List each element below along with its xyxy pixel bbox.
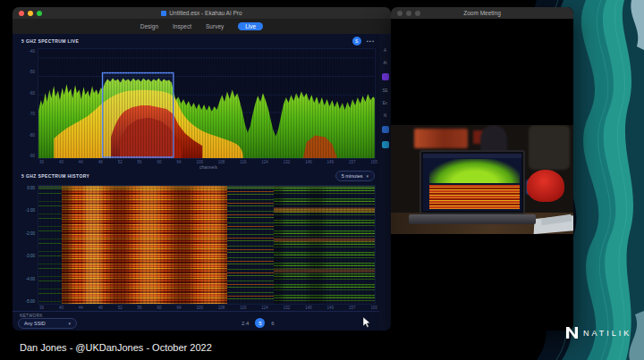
band-2-4ghz[interactable]: 2.4: [242, 321, 249, 326]
x-axis-tick: 116: [240, 306, 246, 310]
laptop-waterfall: [429, 185, 520, 209]
y-axis-tick: -5:00: [26, 299, 35, 304]
blue-swatch-icon[interactable]: [382, 126, 389, 133]
tab-live-active[interactable]: Live: [238, 22, 263, 30]
band-5ghz-active[interactable]: 5: [255, 318, 265, 328]
spectrum-plot: [38, 49, 375, 158]
band-6ghz[interactable]: 6: [271, 321, 274, 326]
history-panel-header: 5 GHZ SPECTRUM HISTORY 5 minutes ▾: [21, 171, 375, 181]
background-monitor: [414, 129, 468, 148]
ssid-dropdown[interactable]: Any SSID ▾: [18, 318, 77, 329]
history-chart-row: 0:00-1:00-2:00-3:00-4:00-5:00: [14, 185, 377, 305]
x-axis-tick: 124: [261, 306, 268, 310]
zoom-body: [391, 19, 573, 331]
ekahau-footer: NETWORK Any SSID ▾ 2.4 5 6: [13, 311, 379, 331]
red-cap: [527, 170, 564, 202]
slide-caption: Dan Jones - @UKDanJones - October 2022: [20, 342, 212, 353]
history-x-axis: 3640444852566064100108116124132140149157…: [39, 306, 377, 310]
rail-item-se[interactable]: SE: [382, 88, 387, 93]
chevron-down-icon: ▾: [366, 173, 369, 179]
mode-tabbar: Design Inspect Survey Live: [13, 19, 391, 34]
live-spectrum-chart[interactable]: [38, 48, 376, 159]
spectrum-badge-button[interactable]: S: [352, 37, 361, 46]
brand-lockup: NATILIK: [566, 327, 631, 339]
purple-swatch-icon[interactable]: [382, 73, 389, 80]
video-feed[interactable]: [391, 125, 573, 234]
laptop-live-spectrum: [429, 159, 520, 183]
y-axis-tick: -60: [29, 91, 35, 96]
live-panel-title: 5 GHZ SPECTRUM LIVE: [21, 38, 79, 44]
rail-item-a[interactable]: A: [384, 48, 386, 53]
window-title: Untitled.esx - Ekahau AI Pro: [13, 10, 391, 16]
zoom-window: Zoom Meeting: [391, 7, 573, 331]
y-axis-tick: -4:00: [26, 277, 35, 281]
rail-item-n[interactable]: N: [384, 113, 386, 118]
x-axis-tick: 48: [98, 306, 103, 310]
ekahau-right-toolbar: A Ai SE Ex N: [379, 34, 391, 331]
zoom-window-title: Zoom Meeting: [391, 10, 573, 16]
slide: Untitled.esx - Ekahau AI Pro Design Insp…: [0, 0, 644, 360]
y-axis-tick: 0:00: [27, 186, 35, 190]
x-axis-tick: 64: [176, 306, 181, 310]
chevron-down-icon: ▾: [68, 321, 71, 326]
y-axis-tick: -2:00: [26, 231, 35, 236]
time-range-dropdown[interactable]: 5 minutes ▾: [335, 171, 375, 181]
ssid-value: Any SSID: [24, 321, 46, 326]
waterfall-green-band: [274, 186, 375, 304]
y-axis-tick: -1:00: [26, 208, 35, 213]
window-title-text: Untitled.esx - Ekahau AI Pro: [169, 10, 242, 16]
tab-survey[interactable]: Survey: [206, 23, 224, 29]
x-axis-tick: 36: [39, 306, 44, 310]
live-x-axis-label: channels: [39, 164, 377, 170]
x-axis-tick: 165: [370, 306, 377, 310]
y-axis-tick: -3:00: [26, 254, 35, 258]
rail-item-ai[interactable]: Ai: [383, 61, 386, 65]
natilik-logo-icon: [566, 327, 578, 339]
y-axis-tick: -50: [29, 70, 35, 74]
live-chart-row: -40-50-60-70-80-90: [14, 48, 377, 159]
live-y-axis: -40-50-60-70-80-90: [14, 48, 38, 159]
y-axis-tick: -70: [29, 112, 35, 116]
y-axis-tick: -80: [29, 133, 35, 138]
tab-inspect[interactable]: Inspect: [173, 23, 191, 29]
zoom-titlebar: Zoom Meeting: [391, 7, 573, 19]
y-axis-tick: -90: [29, 154, 35, 158]
rail-item-ex[interactable]: Ex: [383, 101, 387, 105]
x-axis-tick: 132: [284, 306, 291, 310]
waterfall-mid-band: [227, 186, 275, 304]
waterfall-left-band: [38, 186, 62, 304]
laptop-spectrum-app: [423, 154, 521, 211]
history-y-axis: 0:00-1:00-2:00-3:00-4:00-5:00: [14, 185, 38, 305]
x-axis-tick: 56: [138, 306, 142, 310]
band-selector: 2.4 5 6: [242, 318, 275, 328]
x-axis-tick: 157: [349, 306, 356, 310]
x-axis-tick: 44: [79, 306, 83, 310]
x-axis-tick: 52: [118, 306, 123, 310]
live-panel-header: 5 GHZ SPECTRUM LIVE S •••: [21, 37, 375, 46]
brand-name: NATILIK: [583, 329, 631, 338]
ekahau-content: 5 GHZ SPECTRUM LIVE S ••• -40-50-60-70-8…: [13, 34, 391, 331]
selection-rectangle[interactable]: [103, 73, 174, 157]
x-axis-tick: 149: [327, 306, 335, 310]
overflow-menu-button[interactable]: •••: [367, 38, 375, 44]
history-panel-title: 5 GHZ SPECTRUM HISTORY: [21, 173, 89, 179]
document-icon: [161, 11, 166, 16]
time-range-value: 5 minutes: [342, 173, 363, 179]
x-axis-tick: 40: [59, 306, 64, 310]
ekahau-window: Untitled.esx - Ekahau AI Pro Design Insp…: [13, 7, 391, 331]
y-axis-tick: -40: [29, 49, 35, 54]
history-waterfall-chart[interactable]: [38, 185, 376, 305]
x-axis-tick: 108: [218, 306, 225, 310]
person-silhouette: [529, 125, 570, 170]
x-axis-tick: 100: [196, 306, 203, 310]
waterfall-red-band: [62, 186, 226, 304]
x-axis-tick: 60: [157, 306, 162, 310]
laptop-screen: [419, 150, 525, 214]
teal-swatch-icon[interactable]: [382, 141, 389, 148]
mouse-cursor-icon: [363, 317, 371, 328]
ekahau-titlebar: Untitled.esx - Ekahau AI Pro: [13, 7, 391, 19]
laptop-app-toolbar: [423, 154, 521, 158]
laptop-keyboard: [409, 214, 536, 224]
x-axis-tick: 140: [305, 306, 312, 310]
tab-design[interactable]: Design: [140, 23, 158, 29]
